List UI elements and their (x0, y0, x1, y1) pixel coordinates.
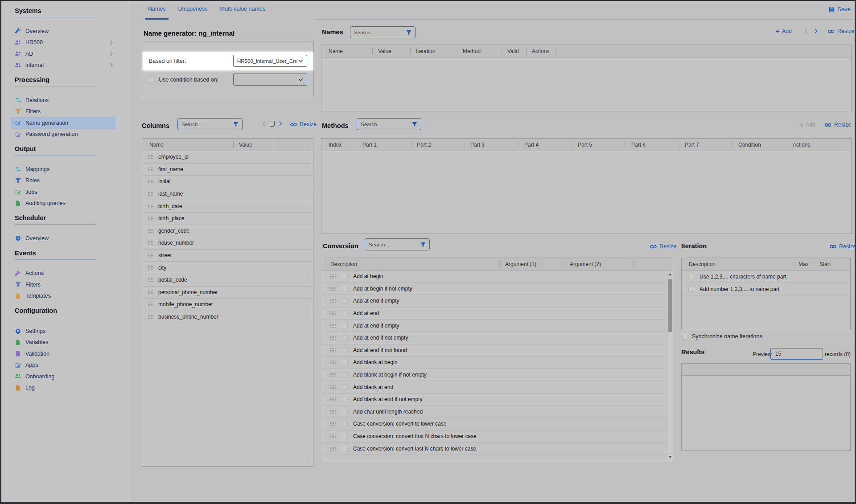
drag-handle-icon[interactable] (330, 287, 336, 291)
sidebar-item-hr500[interactable]: HR500 (11, 37, 116, 49)
conversion-search-input[interactable]: Search... (365, 238, 430, 250)
conversion-row[interactable]: Add at begin if not empty (323, 283, 667, 295)
conversion-checkbox[interactable] (342, 335, 348, 341)
sidebar-item-filters[interactable]: Filters (11, 106, 116, 118)
sidebar-item-event-filters[interactable]: Filters (11, 279, 116, 291)
conversion-resize-button[interactable]: Resize (650, 243, 676, 250)
conversion-row[interactable]: Add at end if not found (323, 344, 667, 357)
drag-handle-icon[interactable] (330, 336, 336, 340)
sidebar-item-internal[interactable]: internal (11, 60, 116, 71)
sidebar-item-overview[interactable]: Overview (11, 25, 116, 37)
columns-prev-button[interactable] (262, 121, 266, 127)
drag-handle-icon[interactable] (148, 290, 153, 295)
column-row[interactable]: last_name (142, 188, 313, 201)
iteration-resize-button[interactable]: Resize (829, 243, 856, 250)
drag-handle-icon[interactable] (330, 397, 336, 402)
conversion-scrollbar[interactable] (667, 270, 673, 461)
conversion-row[interactable]: Case conversion: convert first N chars t… (323, 430, 667, 443)
sidebar-item-validation[interactable]: Validation (11, 348, 116, 360)
column-row[interactable]: street (142, 250, 313, 262)
sidebar-item-relations[interactable]: Relations (11, 94, 116, 106)
conversion-row[interactable]: Case conversion: convert to lower case (323, 418, 667, 430)
synchronize-checkbox[interactable] (682, 334, 688, 340)
sidebar-item-templates[interactable]: Templates (11, 291, 116, 302)
column-row[interactable]: employee_id (142, 151, 313, 164)
columns-search-input[interactable]: Search... (177, 118, 243, 130)
drag-handle-icon[interactable] (148, 155, 153, 159)
sidebar-item-actions[interactable]: Actions (11, 268, 116, 279)
drag-handle-icon[interactable] (330, 385, 336, 389)
column-row[interactable]: gender_code (142, 225, 313, 238)
conversion-checkbox[interactable] (342, 274, 348, 279)
scrollbar-thumb[interactable] (668, 279, 672, 332)
drag-handle-icon[interactable] (148, 241, 153, 245)
conversion-checkbox[interactable] (342, 421, 348, 427)
column-row[interactable]: postal_code (142, 274, 313, 287)
conversion-row[interactable]: Case conversion: convert last N chars to… (323, 443, 667, 455)
column-row[interactable]: birth_place (142, 213, 313, 225)
drag-handle-icon[interactable] (148, 278, 153, 282)
scroll-up-button[interactable] (667, 271, 673, 278)
column-row[interactable]: city (142, 262, 313, 274)
column-row[interactable]: initial (142, 176, 313, 188)
save-button[interactable]: Save (828, 6, 851, 12)
sidebar-item-roles[interactable]: Roles (11, 175, 116, 187)
column-row[interactable]: mobile_phone_number (142, 299, 313, 311)
tab-uniqueness[interactable]: Uniqueness (176, 0, 210, 20)
column-row[interactable]: first_name (142, 164, 313, 176)
names-resize-button[interactable]: Resize (827, 28, 854, 34)
conversion-checkbox[interactable] (342, 384, 348, 390)
tab-names[interactable]: Names (145, 0, 169, 20)
conversion-checkbox[interactable] (342, 286, 348, 291)
drag-handle-icon[interactable] (330, 299, 336, 303)
drag-handle-icon[interactable] (148, 229, 153, 233)
names-next-button[interactable] (814, 29, 818, 34)
iteration-row[interactable]: Use 1,2,3,... characters of name part (682, 270, 850, 283)
iteration-row[interactable]: Add number 1,2,3,... to name part (682, 283, 850, 295)
drag-handle-icon[interactable] (148, 192, 153, 196)
sidebar-item-settings[interactable]: Settings (11, 325, 116, 337)
sidebar-item-ad[interactable]: AD (11, 48, 116, 60)
drag-handle-icon[interactable] (330, 348, 336, 352)
sidebar-item-password-generation[interactable]: Password generation (11, 129, 116, 140)
methods-search-input[interactable]: Search... (357, 118, 421, 130)
columns-next-button[interactable] (279, 121, 282, 127)
add-method-button[interactable]: +Add (799, 122, 815, 128)
column-row[interactable]: house_number (142, 237, 313, 250)
conversion-row[interactable]: Add blank at end (323, 381, 667, 393)
chevron-right-icon[interactable] (110, 40, 113, 45)
conversion-row[interactable]: Add blank at begin if not empty (323, 369, 667, 381)
conversion-checkbox[interactable] (342, 434, 348, 439)
sidebar-item-log[interactable]: Log (11, 382, 116, 394)
drag-handle-icon[interactable] (330, 324, 336, 328)
sidebar-item-name-generation[interactable]: Name generation (11, 117, 116, 129)
column-row[interactable]: business_phone_number (142, 311, 313, 324)
tab-multi-value-names[interactable]: Multi-value names (218, 0, 268, 20)
drag-handle-icon[interactable] (148, 179, 153, 184)
iteration-checkbox[interactable] (688, 274, 694, 279)
use-condition-checkbox[interactable] (149, 77, 155, 83)
conversion-checkbox[interactable] (342, 446, 348, 451)
preview-count-input[interactable] (770, 348, 823, 360)
add-name-button[interactable]: +Add (776, 28, 792, 34)
drag-handle-icon[interactable] (330, 373, 336, 377)
conversion-row[interactable]: Add at end if empty (323, 320, 667, 332)
drag-handle-icon[interactable] (148, 266, 153, 270)
drag-handle-icon[interactable] (330, 422, 336, 426)
columns-resize-button[interactable]: Resize (290, 121, 317, 127)
drag-handle-icon[interactable] (330, 360, 336, 365)
conversion-checkbox[interactable] (342, 409, 348, 414)
drag-handle-icon[interactable] (148, 204, 153, 209)
sidebar-item-onboarding[interactable]: Onboarding (11, 371, 116, 382)
conversion-row[interactable]: Add char until length reached (323, 406, 667, 418)
methods-resize-button[interactable]: Resize (824, 122, 851, 128)
sidebar-item-variables[interactable]: Variables (11, 337, 116, 348)
column-row[interactable]: personal_phone_number (142, 287, 313, 299)
chevron-right-icon[interactable] (110, 51, 113, 56)
conversion-row[interactable]: Add at end if not empty (323, 332, 667, 344)
drag-handle-icon[interactable] (330, 434, 336, 438)
drag-handle-icon[interactable] (330, 410, 336, 414)
scroll-down-button[interactable] (667, 454, 673, 460)
conversion-checkbox[interactable] (342, 397, 348, 402)
drag-handle-icon[interactable] (148, 253, 153, 258)
